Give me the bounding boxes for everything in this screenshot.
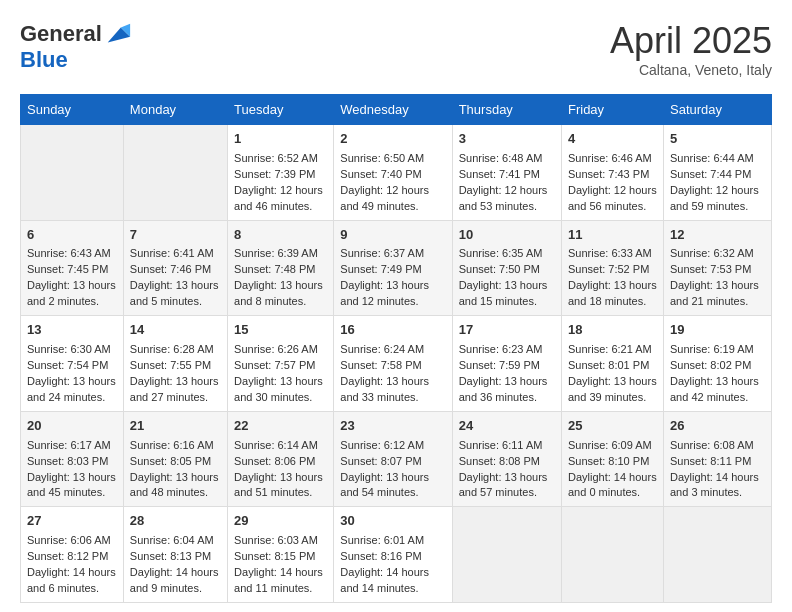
calendar-cell: 19Sunrise: 6:19 AMSunset: 8:02 PMDayligh…: [664, 316, 772, 412]
sunset-text: Sunset: 7:49 PM: [340, 263, 421, 275]
daylight-text: Daylight: 13 hours and 15 minutes.: [459, 279, 548, 307]
sunrise-text: Sunrise: 6:04 AM: [130, 534, 214, 546]
day-number: 18: [568, 321, 657, 340]
sunset-text: Sunset: 7:57 PM: [234, 359, 315, 371]
sunset-text: Sunset: 8:05 PM: [130, 455, 211, 467]
daylight-text: Daylight: 14 hours and 11 minutes.: [234, 566, 323, 594]
calendar-cell: 12Sunrise: 6:32 AMSunset: 7:53 PMDayligh…: [664, 220, 772, 316]
calendar-cell: [123, 125, 227, 221]
calendar-week-4: 20Sunrise: 6:17 AMSunset: 8:03 PMDayligh…: [21, 411, 772, 507]
daylight-text: Daylight: 13 hours and 36 minutes.: [459, 375, 548, 403]
day-number: 11: [568, 226, 657, 245]
day-number: 30: [340, 512, 445, 531]
daylight-text: Daylight: 13 hours and 48 minutes.: [130, 471, 219, 499]
day-number: 16: [340, 321, 445, 340]
sunset-text: Sunset: 8:08 PM: [459, 455, 540, 467]
daylight-text: Daylight: 12 hours and 46 minutes.: [234, 184, 323, 212]
logo: General Blue: [20, 20, 132, 72]
day-number: 10: [459, 226, 555, 245]
day-number: 25: [568, 417, 657, 436]
sunset-text: Sunset: 7:54 PM: [27, 359, 108, 371]
day-number: 27: [27, 512, 117, 531]
daylight-text: Daylight: 13 hours and 24 minutes.: [27, 375, 116, 403]
calendar-cell: 5Sunrise: 6:44 AMSunset: 7:44 PMDaylight…: [664, 125, 772, 221]
day-number: 24: [459, 417, 555, 436]
sunrise-text: Sunrise: 6:24 AM: [340, 343, 424, 355]
sunrise-text: Sunrise: 6:23 AM: [459, 343, 543, 355]
column-header-friday: Friday: [561, 95, 663, 125]
day-number: 5: [670, 130, 765, 149]
sunset-text: Sunset: 7:44 PM: [670, 168, 751, 180]
calendar-cell: 21Sunrise: 6:16 AMSunset: 8:05 PMDayligh…: [123, 411, 227, 507]
calendar-cell: 10Sunrise: 6:35 AMSunset: 7:50 PMDayligh…: [452, 220, 561, 316]
sunrise-text: Sunrise: 6:46 AM: [568, 152, 652, 164]
calendar-cell: 25Sunrise: 6:09 AMSunset: 8:10 PMDayligh…: [561, 411, 663, 507]
sunset-text: Sunset: 8:11 PM: [670, 455, 751, 467]
sunrise-text: Sunrise: 6:19 AM: [670, 343, 754, 355]
calendar-cell: 9Sunrise: 6:37 AMSunset: 7:49 PMDaylight…: [334, 220, 452, 316]
sunrise-text: Sunrise: 6:12 AM: [340, 439, 424, 451]
calendar-cell: 23Sunrise: 6:12 AMSunset: 8:07 PMDayligh…: [334, 411, 452, 507]
daylight-text: Daylight: 12 hours and 59 minutes.: [670, 184, 759, 212]
calendar-cell: [561, 507, 663, 603]
daylight-text: Daylight: 13 hours and 12 minutes.: [340, 279, 429, 307]
calendar-week-2: 6Sunrise: 6:43 AMSunset: 7:45 PMDaylight…: [21, 220, 772, 316]
sunrise-text: Sunrise: 6:52 AM: [234, 152, 318, 164]
daylight-text: Daylight: 13 hours and 21 minutes.: [670, 279, 759, 307]
day-number: 22: [234, 417, 327, 436]
sunset-text: Sunset: 7:59 PM: [459, 359, 540, 371]
daylight-text: Daylight: 13 hours and 8 minutes.: [234, 279, 323, 307]
calendar-week-1: 1Sunrise: 6:52 AMSunset: 7:39 PMDaylight…: [21, 125, 772, 221]
sunset-text: Sunset: 8:03 PM: [27, 455, 108, 467]
day-number: 15: [234, 321, 327, 340]
sunrise-text: Sunrise: 6:03 AM: [234, 534, 318, 546]
daylight-text: Daylight: 14 hours and 9 minutes.: [130, 566, 219, 594]
calendar-week-3: 13Sunrise: 6:30 AMSunset: 7:54 PMDayligh…: [21, 316, 772, 412]
day-number: 29: [234, 512, 327, 531]
calendar-cell: 27Sunrise: 6:06 AMSunset: 8:12 PMDayligh…: [21, 507, 124, 603]
page-header: General Blue April 2025 Caltana, Veneto,…: [20, 20, 772, 78]
day-number: 23: [340, 417, 445, 436]
calendar-cell: 2Sunrise: 6:50 AMSunset: 7:40 PMDaylight…: [334, 125, 452, 221]
sunrise-text: Sunrise: 6:50 AM: [340, 152, 424, 164]
daylight-text: Daylight: 13 hours and 18 minutes.: [568, 279, 657, 307]
daylight-text: Daylight: 14 hours and 6 minutes.: [27, 566, 116, 594]
daylight-text: Daylight: 13 hours and 57 minutes.: [459, 471, 548, 499]
sunrise-text: Sunrise: 6:01 AM: [340, 534, 424, 546]
day-number: 9: [340, 226, 445, 245]
sunset-text: Sunset: 8:06 PM: [234, 455, 315, 467]
daylight-text: Daylight: 13 hours and 2 minutes.: [27, 279, 116, 307]
sunrise-text: Sunrise: 6:14 AM: [234, 439, 318, 451]
daylight-text: Daylight: 14 hours and 14 minutes.: [340, 566, 429, 594]
daylight-text: Daylight: 12 hours and 49 minutes.: [340, 184, 429, 212]
day-number: 2: [340, 130, 445, 149]
sunset-text: Sunset: 8:10 PM: [568, 455, 649, 467]
day-number: 7: [130, 226, 221, 245]
sunset-text: Sunset: 7:39 PM: [234, 168, 315, 180]
calendar-cell: 16Sunrise: 6:24 AMSunset: 7:58 PMDayligh…: [334, 316, 452, 412]
daylight-text: Daylight: 13 hours and 27 minutes.: [130, 375, 219, 403]
daylight-text: Daylight: 12 hours and 56 minutes.: [568, 184, 657, 212]
day-number: 26: [670, 417, 765, 436]
sunrise-text: Sunrise: 6:08 AM: [670, 439, 754, 451]
sunset-text: Sunset: 7:58 PM: [340, 359, 421, 371]
sunrise-text: Sunrise: 6:28 AM: [130, 343, 214, 355]
day-number: 8: [234, 226, 327, 245]
calendar-cell: 6Sunrise: 6:43 AMSunset: 7:45 PMDaylight…: [21, 220, 124, 316]
day-number: 13: [27, 321, 117, 340]
day-number: 14: [130, 321, 221, 340]
sunset-text: Sunset: 8:07 PM: [340, 455, 421, 467]
sunset-text: Sunset: 7:40 PM: [340, 168, 421, 180]
sunset-text: Sunset: 7:50 PM: [459, 263, 540, 275]
sunset-text: Sunset: 8:02 PM: [670, 359, 751, 371]
sunrise-text: Sunrise: 6:44 AM: [670, 152, 754, 164]
column-header-monday: Monday: [123, 95, 227, 125]
sunset-text: Sunset: 8:16 PM: [340, 550, 421, 562]
daylight-text: Daylight: 13 hours and 33 minutes.: [340, 375, 429, 403]
calendar-cell: 24Sunrise: 6:11 AMSunset: 8:08 PMDayligh…: [452, 411, 561, 507]
calendar-cell: 30Sunrise: 6:01 AMSunset: 8:16 PMDayligh…: [334, 507, 452, 603]
day-number: 21: [130, 417, 221, 436]
sunset-text: Sunset: 7:55 PM: [130, 359, 211, 371]
day-number: 4: [568, 130, 657, 149]
calendar-cell: 13Sunrise: 6:30 AMSunset: 7:54 PMDayligh…: [21, 316, 124, 412]
